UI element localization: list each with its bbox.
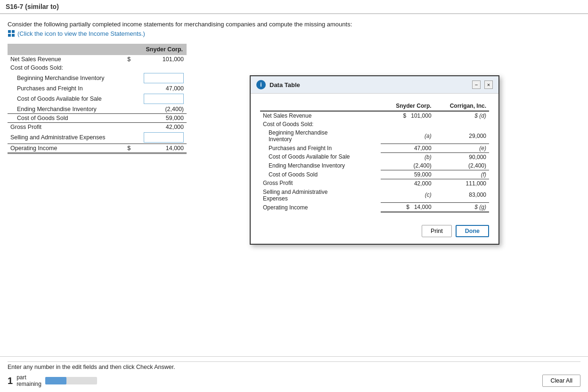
table-row: Selling and AdministrativeExpenses (c) 8…	[260, 188, 489, 203]
row-value: (2,400)	[133, 105, 187, 114]
progress-bar-bg	[45, 377, 97, 384]
table-row: Ending Merchandise Inventory (2,400) (2,…	[260, 161, 489, 170]
dt-row-val2: $ (g)	[434, 203, 489, 212]
modal-body: Snyder Corp. Corrigan, Inc. Net Sales Re…	[251, 94, 498, 220]
dt-row-val2: (e)	[434, 144, 489, 152]
table-row: Cost of Goods Available for Sale	[8, 93, 187, 105]
data-table-header-row: Snyder Corp. Corrigan, Inc.	[260, 101, 489, 111]
dt-row-label: Net Sales Revenue	[260, 111, 381, 120]
table-row: Purchases and Freight In 47,000 (e)	[260, 144, 489, 152]
part-label-line1: part	[16, 374, 41, 381]
beg-inventory-input[interactable]	[144, 73, 184, 83]
dt-row-label: Gross Profit	[260, 179, 381, 188]
table-row: Cost of Goods Sold:	[260, 120, 489, 128]
beg-inventory-cell	[133, 72, 187, 84]
table-row: Cost of Goods Available for Sale (b) 90,…	[260, 152, 489, 161]
table-header-row: Snyder Corp.	[8, 44, 187, 55]
table-row: Operating Income $ 14,000 $ (g)	[260, 203, 489, 212]
page-title: S16-7 (similar to)	[6, 3, 59, 10]
table-row: Net Sales Revenue $ 101,000	[8, 55, 187, 64]
dt-row-val2: 29,000	[434, 128, 489, 144]
dt-row-label: Purchases and Freight In	[260, 144, 381, 152]
part-remaining: 1 part remaining	[8, 374, 97, 387]
row-label: Cost of Goods Sold	[8, 114, 124, 123]
bottom-hint: Enter any number in the edit fields and …	[8, 361, 580, 370]
income-table: Snyder Corp. Net Sales Revenue $ 101,000…	[8, 44, 187, 154]
modal-header: i Data Table − ×	[251, 76, 498, 94]
instruction-text: Consider the following partially complet…	[8, 21, 580, 28]
modal-footer: Print Done	[251, 220, 498, 244]
close-button[interactable]: ×	[484, 80, 493, 89]
dt-row-label: Selling and AdministrativeExpenses	[260, 188, 381, 203]
table-row: Net Sales Revenue $ 101,000 $ (d)	[260, 111, 489, 120]
dt-row-val2: $ (d)	[434, 111, 489, 120]
table-row: Operating Income $ 14,000	[8, 144, 187, 153]
print-button[interactable]: Print	[422, 225, 452, 237]
dt-col2-header: Snyder Corp.	[381, 101, 434, 111]
dt-row-val2: 83,000	[434, 188, 489, 203]
dt-row-val1: (c)	[381, 188, 434, 203]
cogs-available-cell	[133, 93, 187, 105]
row-value: 42,000	[133, 123, 187, 132]
dt-row-val1: (a)	[381, 128, 434, 144]
dt-row-label: Cost of Goods Sold:	[260, 120, 381, 128]
dt-row-label: Beginning MerchandiseInventory	[260, 128, 381, 144]
row-value: 101,000	[133, 55, 187, 64]
table-row: Selling and Administrative Expenses	[8, 131, 187, 144]
table-row: Beginning Merchandise Inventory	[8, 72, 187, 84]
row-value: 47,000	[133, 84, 187, 93]
info-icon: i	[256, 80, 266, 89]
row-label: Purchases and Freight In	[8, 84, 124, 93]
row-label: Beginning Merchandise Inventory	[8, 72, 124, 84]
modal-title-area: i Data Table	[256, 80, 300, 89]
dt-row-val1: 47,000	[381, 144, 434, 152]
table-row: Cost of Goods Sold 59,000 (f)	[260, 170, 489, 179]
part-label-line2: remaining	[16, 381, 41, 387]
row-label: Ending Merchandise Inventory	[8, 105, 124, 114]
dt-row-label: Operating Income	[260, 203, 381, 212]
cogs-available-input[interactable]	[144, 94, 184, 104]
dt-row-val2: (f)	[434, 170, 489, 179]
grid-icon	[8, 30, 15, 37]
table-row: Gross Profit 42,000	[8, 123, 187, 132]
row-value: 59,000	[133, 114, 187, 123]
dt-row-val2: 90,000	[434, 152, 489, 161]
data-table: Snyder Corp. Corrigan, Inc. Net Sales Re…	[260, 101, 489, 213]
dollar-sign: $	[124, 55, 133, 64]
table-row: Beginning MerchandiseInventory (a) 29,00…	[260, 128, 489, 144]
dt-row-val2: (2,400)	[434, 161, 489, 170]
page-header: S16-7 (similar to)	[0, 0, 588, 14]
table-row: Cost of Goods Sold:	[8, 64, 187, 72]
row-label: Operating Income	[8, 144, 124, 153]
table-row: Gross Profit 42,000 111,000	[260, 179, 489, 188]
row-label: Net Sales Revenue	[8, 55, 124, 64]
part-number: 1	[8, 376, 13, 386]
col-label-header	[8, 44, 124, 55]
dt-row-label: Ending Merchandise Inventory	[260, 161, 381, 170]
svg-rect-1	[12, 30, 15, 33]
clear-all-button[interactable]: Clear All	[542, 375, 580, 387]
sga-input[interactable]	[144, 132, 184, 143]
income-statements-link-text: (Click the icon to view the Income State…	[17, 30, 145, 37]
dt-row-label: Cost of Goods Available for Sale	[260, 152, 381, 161]
sga-cell	[133, 131, 187, 144]
dt-row-val1: 42,000	[381, 179, 434, 188]
row-label: Cost of Goods Available for Sale	[8, 93, 124, 105]
row-label: Gross Profit	[8, 123, 124, 132]
svg-rect-3	[12, 34, 15, 37]
minimize-button[interactable]: −	[472, 80, 481, 89]
bottom-controls: 1 part remaining Clear All	[8, 374, 580, 387]
modal-title: Data Table	[270, 81, 300, 88]
dt-col1-header	[260, 101, 381, 111]
svg-rect-2	[8, 34, 11, 37]
table-row: Ending Merchandise Inventory (2,400)	[8, 105, 187, 114]
col-snyder-header: Snyder Corp.	[124, 44, 187, 55]
row-value: 14,000	[133, 144, 187, 153]
dt-row-val2: 111,000	[434, 179, 489, 188]
income-statements-link[interactable]: (Click the icon to view the Income State…	[8, 30, 580, 37]
dt-row-label: Cost of Goods Sold	[260, 170, 381, 179]
done-button[interactable]: Done	[456, 225, 489, 237]
bottom-bar: Enter any number in the edit fields and …	[0, 356, 588, 392]
dt-row-val1: $ 101,000	[381, 111, 434, 120]
dt-row-val1: (2,400)	[381, 161, 434, 170]
